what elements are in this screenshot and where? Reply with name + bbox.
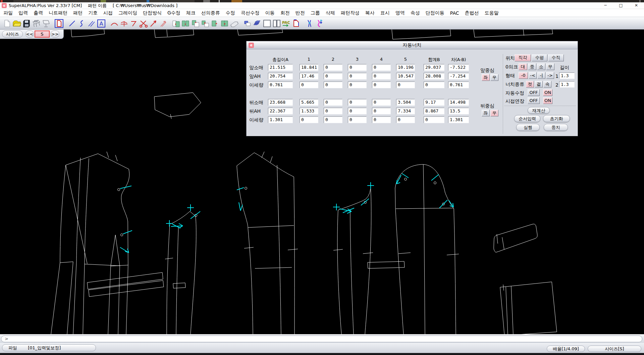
value-field[interactable]: 0 [424,116,444,123]
value-field[interactable]: 17.46 [300,73,318,80]
notch-type-cut-button[interactable]: 컷 [526,81,534,88]
pac-export-icon[interactable]: PAC [281,18,291,28]
notch-curve-icon[interactable] [314,18,324,28]
value-field[interactable]: 0 [348,99,367,106]
eraser-icon[interactable] [229,18,239,28]
value-field[interactable]: 0 [372,82,391,88]
auto-fix-off-button[interactable]: OFF [528,89,540,96]
scissors-tool-icon[interactable] [139,18,148,28]
value-field[interactable]: 1.533 [300,108,318,114]
notch-type-outer-button[interactable]: 겉 [535,81,543,88]
value-field[interactable]: 14.498 [448,99,469,106]
open-file-icon[interactable] [12,18,21,28]
menu-item-help[interactable]: 도움말 [485,10,499,16]
shape-left-button[interactable]: -< [529,72,537,79]
run-button[interactable]: 실행 [516,124,540,131]
front-center-left-button[interactable]: 좌 [482,74,490,81]
new-file-icon[interactable] [2,18,12,28]
maximize-button[interactable]: □ [613,2,629,9]
value-field[interactable]: 0 [324,73,342,80]
value-field[interactable]: 0 [372,116,391,123]
value-field[interactable]: 0 [348,82,367,88]
scale-status-button[interactable]: 배율[1/4.09] [547,346,585,352]
menu-item-property[interactable]: 속성 [411,10,420,16]
value-field[interactable]: 28.008 [424,73,444,80]
size-value-field[interactable]: S [35,31,50,38]
plotter-icon[interactable] [31,18,41,28]
zero-size-medium-button[interactable]: 중 [528,63,536,70]
value-field[interactable]: 8.867 [424,108,444,114]
value-field[interactable]: 0 [300,82,318,88]
notch-line-icon[interactable] [304,18,314,28]
menu-item-curve-edit[interactable]: 곡선수정 [241,10,260,16]
shape-right-button[interactable]: -> [546,72,554,79]
menu-item-check[interactable]: 체크 [186,10,196,16]
save-file-icon[interactable] [21,18,31,28]
point-cross-tool-icon[interactable] [119,18,129,28]
menu-item-display[interactable]: 표시 [380,10,390,16]
measure-arrow-icon[interactable] [148,18,158,28]
value-field[interactable]: 1.301 [268,116,293,123]
menu-item-move[interactable]: 이동 [265,10,275,16]
menu-item-mirror[interactable]: 반전 [296,10,305,16]
dialog-title-bar[interactable]: α 자동너치 [247,41,578,49]
zero-size-large-button[interactable]: 대 [519,63,527,70]
notch-type-inner-button[interactable]: 속 [543,81,551,88]
corner-tool-icon[interactable] [129,18,139,28]
value-field[interactable]: 10.547 [396,73,415,80]
value-field[interactable]: -7.254 [448,73,469,80]
value-field[interactable]: 0 [348,73,367,80]
copy-pieces-icon[interactable] [181,18,191,28]
back-center-right-button[interactable]: 우 [490,110,498,116]
menu-item-point-mode[interactable]: 단점방식 [143,10,162,16]
value-field[interactable]: 0 [348,116,367,123]
value-field[interactable]: 18.841 [300,64,318,71]
zoom-window-icon[interactable] [262,18,272,28]
menu-item-point-move[interactable]: 단점이동 [426,10,444,16]
menu-item-seam[interactable]: 시접 [103,10,113,16]
menu-item-delete[interactable]: 삭제 [326,10,335,16]
menu-item-group[interactable]: 그룹 [311,10,320,16]
command-input[interactable]: > [1,336,642,342]
size-label-button[interactable]: 사이즈 [2,31,23,38]
text-tool-icon[interactable]: A [96,18,106,28]
value-field[interactable]: 0 [324,82,342,88]
stack-blue-icon[interactable] [252,18,262,28]
reset-button[interactable]: 초기화 [543,115,570,122]
value-field[interactable]: 1.301 [448,116,469,123]
value-field[interactable]: 0 [324,116,342,123]
value-field[interactable]: 0.761 [448,82,469,88]
value-field[interactable]: 0 [372,73,391,80]
value-field[interactable]: 23.668 [268,99,293,106]
length-2-field[interactable]: 1.3 [559,81,575,88]
flip-piece-icon[interactable] [191,18,200,28]
menu-item-area[interactable]: 영역 [395,10,405,16]
value-field[interactable]: 22.367 [268,108,293,114]
menu-item-pattern-make[interactable]: 패턴작성 [341,10,360,16]
menu-item-file[interactable]: 파일 [3,10,13,16]
value-field[interactable]: 0 [424,82,444,88]
zero-size-none-button[interactable]: 무 [546,63,554,70]
value-field[interactable]: -7.522 [448,64,469,71]
menu-item-pattern[interactable]: 패턴 [73,10,83,16]
menu-item-rotate[interactable]: 회전 [280,10,290,16]
menu-item-pac[interactable]: PAC [450,10,459,16]
value-field[interactable]: 20.754 [268,73,293,80]
red-doc-icon[interactable] [291,18,301,28]
menu-item-symbol[interactable]: 기호 [88,10,98,16]
front-center-right-button[interactable]: 우 [490,74,498,81]
value-field[interactable]: 0 [372,108,391,114]
value-field[interactable]: 3.504 [396,99,415,106]
copy-piece-icon[interactable] [171,18,181,28]
menu-item-grain-line[interactable]: 촌법선 [465,10,479,16]
position-vertical-button[interactable]: 수직 [548,54,564,61]
value-field[interactable]: 0 [372,99,391,106]
value-field[interactable]: 0 [324,99,342,106]
value-field[interactable]: 0 [396,82,415,88]
zero-size-small-button[interactable]: 소 [537,63,545,70]
length-1-field[interactable]: 1.3 [559,72,575,79]
size-prev-button[interactable]: << [25,31,34,38]
value-field[interactable]: 0 [348,108,367,114]
value-field[interactable]: 21.515 [268,64,293,71]
digitizer-icon[interactable] [41,18,51,28]
